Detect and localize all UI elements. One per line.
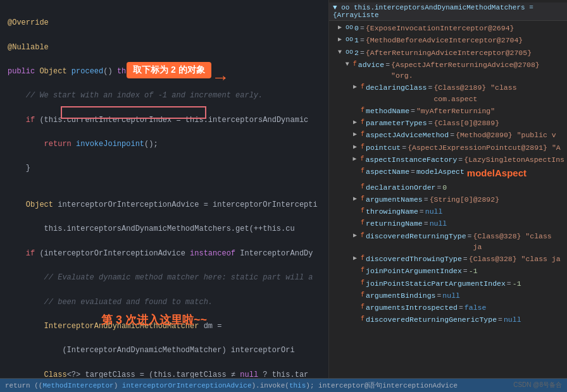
tree-expand-icon[interactable]: ▼ [338, 47, 344, 57]
bottom-bar: return ((MethodInterceptor) interceptorO… [0, 378, 567, 392]
tree-expand-icon[interactable]: ▶ [338, 23, 344, 32]
tree-item: ▶ f joinPointArgumentIndex=-1 [332, 265, 564, 277]
tree-expand-icon[interactable]: ▶ [338, 35, 344, 44]
annotation-bubble-1: 取下标为 2 的对象 [127, 62, 211, 78]
arrow-icon: → [215, 68, 226, 88]
code-line: this.interceptorsAndDynamicMethodMatcher… [8, 223, 321, 235]
field-icon: f [361, 231, 364, 240]
field-icon: f [361, 130, 364, 139]
code-line: (InterceptorAndDynamicMethodMatcher) int… [8, 345, 321, 357]
model-aspect-label: modelAspect [467, 166, 526, 181]
tree-expand-icon[interactable]: ▶ [353, 142, 359, 152]
obj-icon: oo [346, 23, 353, 32]
tree-item: ▶ f declarationOrder=0 [332, 181, 564, 193]
tree-item: ▶ f discoveredThrowingType={Class@328} "… [332, 253, 564, 265]
field-icon: f [361, 302, 364, 312]
tree-item: ▶ f discoveredReturningGenericType=null [332, 314, 564, 326]
code-line: // Evaluate dynamic method matcher here:… [8, 272, 321, 284]
code-line: // been evaluated and found to match. [8, 297, 321, 309]
field-icon: f [360, 154, 364, 164]
code-line: } [8, 162, 321, 175]
tree-expand-icon[interactable]: ▶ [353, 194, 359, 204]
debug-header: ▼ oo this.interceptorsAndDynamicMethodMa… [329, 3, 567, 21]
debug-panel: ▼ oo this.interceptorsAndDynamicMethodMa… [329, 0, 567, 378]
tree-item: ▶ f pointcut={AspectJExpressionPointcut@… [332, 142, 564, 154]
tree-item: ▶ f aspectInstanceFactory={LazySingleton… [332, 154, 564, 166]
field-icon: f [361, 254, 364, 263]
tree-item: ▶ oo 1={MethodBeforeAdviceInterceptor@27… [332, 34, 564, 46]
tree-item: ▶ f argumentNames={String[0]@2892} [332, 193, 564, 205]
tree-item: ▶ f joinPointStaticPartArgumentIndex=-1 [332, 278, 564, 290]
field-icon: f [361, 314, 364, 324]
code-line: Class<?> targetClass = (this.targetClass… [8, 369, 321, 378]
tree-item: ▶ f declaringClass={Class@2189} "class c… [332, 82, 564, 105]
tree-expand-icon[interactable]: ▶ [353, 130, 359, 139]
field-icon: f [361, 278, 364, 288]
tree-item: ▶ f aspectName=modelAspectmodelAspect [332, 166, 564, 181]
annotation-bubble-2: 第 3 次进入这里啦~~ [101, 312, 207, 328]
bottom-code-text: return ((MethodInterceptor) interceptorO… [5, 381, 458, 390]
field-icon: f [361, 106, 364, 115]
field-icon: f [361, 194, 364, 204]
tree-expand-icon[interactable]: ▶ [353, 231, 359, 240]
tree-item: ▼ oo 2={AfterReturningAdviceInterceptor@… [332, 47, 564, 59]
main-content: @Override @Nullable public Object procee… [0, 0, 567, 378]
field-icon: f [361, 142, 364, 152]
code-line: @Override [8, 17, 321, 29]
tree-item: ▼ f advice={AspectJAfterReturningAdvice@… [332, 59, 564, 82]
obj-icon: oo [346, 35, 353, 44]
tree-expand-icon[interactable]: ▶ [353, 154, 359, 164]
field-icon: f [361, 182, 364, 192]
tree-expand-icon[interactable]: ▼ [346, 59, 352, 69]
tree-expand-icon[interactable]: ▶ [353, 118, 359, 127]
tree-item: ▶ f argumentsIntrospected=false [332, 302, 564, 314]
code-panel: @Override @Nullable public Object procee… [0, 0, 329, 378]
field-icon: f [353, 59, 357, 69]
tree-item: ▶ f discoveredReturningType={Class@328} … [332, 230, 564, 254]
tree-expand-icon[interactable]: ▶ [353, 82, 359, 92]
tree-item: ▶ oo 0={ExposeInvocationInterceptor@2694… [332, 22, 564, 34]
field-icon: f [361, 290, 364, 300]
tree-item: ▶ f aspectJAdviceMethod={Method@2890} "p… [332, 129, 564, 141]
watermark: CSDN @8号备合 [513, 381, 562, 389]
tree-expand-icon[interactable]: ▶ [353, 254, 359, 263]
tree-item: ▶ f argumentBindings=null [332, 290, 564, 302]
debug-header-text: ▼ oo this.interceptorsAndDynamicMethodMa… [333, 4, 563, 19]
field-icon: f [361, 266, 364, 275]
code-line: Object interceptorOrInterceptionAdvice =… [8, 199, 321, 211]
code-line: return invokeJoinpoint(); [8, 138, 321, 150]
code-line: // We start with an index of -1 and incr… [8, 90, 321, 102]
code-line: if (interceptorOrInterceptionAdvice inst… [8, 248, 321, 260]
tree-item: ▶ f returningName=null [332, 217, 564, 230]
field-icon: f [361, 206, 364, 216]
debug-tree: ▶ oo 0={ExposeInvocationInterceptor@2694… [329, 21, 567, 328]
field-icon: f [361, 82, 364, 92]
tree-item: ▶ f throwingName=null [332, 205, 564, 217]
obj-icon: oo [346, 47, 353, 57]
field-icon: f [361, 166, 364, 176]
code-line: @Nullable [8, 42, 321, 54]
field-icon: f [361, 118, 364, 127]
tree-item: ▶ f methodName="myAfterReturning" [332, 105, 564, 117]
field-icon: f [361, 218, 364, 228]
tree-item: ▶ f parameterTypes={Class[0]@2889} [332, 117, 564, 129]
code-line: if (this.currentInterceptorIndex = this.… [8, 114, 321, 126]
